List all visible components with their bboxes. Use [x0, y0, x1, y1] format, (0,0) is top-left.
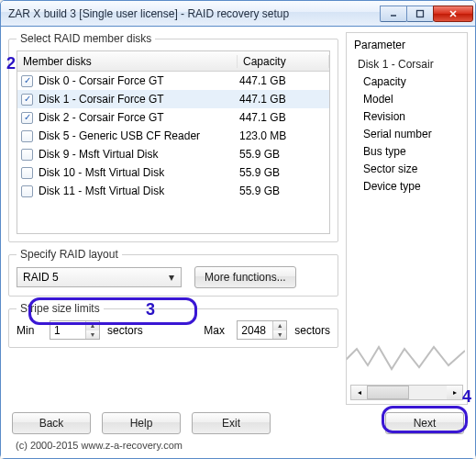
button-row: Back Help Exit Next	[8, 405, 468, 436]
spin-down-icon[interactable]: ▼	[86, 330, 99, 340]
next-button[interactable]: Next	[385, 412, 464, 434]
stripe-min-label: Min	[17, 324, 42, 337]
disk-checkbox[interactable]	[21, 112, 33, 124]
parameter-item[interactable]: Capacity	[363, 73, 459, 90]
disk-name: Disk 10 - Msft Virtual Disk	[39, 166, 234, 179]
raid-layout-group: Specify RAID layout RAID 5 ▾ More functi…	[8, 248, 338, 297]
disk-row[interactable]: Disk 11 - Msft Virtual Disk55.9 GB	[17, 182, 329, 200]
raid-layout-select[interactable]: RAID 5 ▾	[17, 267, 182, 287]
disk-row[interactable]: Disk 5 - Generic USB CF Reader123.0 MB	[17, 127, 329, 145]
stripe-max-unit: sectors	[294, 324, 330, 337]
disk-capacity: 55.9 GB	[234, 166, 326, 179]
disk-capacity: 447.1 GB	[234, 93, 326, 106]
spin-up-icon[interactable]: ▲	[86, 321, 99, 330]
disk-checkbox[interactable]	[21, 75, 33, 87]
torn-edge-decoration	[346, 341, 465, 378]
disk-name: Disk 11 - Msft Virtual Disk	[39, 185, 234, 197]
svg-rect-1	[417, 10, 424, 17]
disk-row[interactable]: Disk 2 - Corsair Force GT447.1 GB	[17, 108, 329, 127]
stripe-max-input[interactable]	[238, 321, 272, 339]
scroll-thumb[interactable]	[367, 386, 409, 399]
disk-checkbox[interactable]	[21, 130, 33, 142]
exit-button[interactable]: Exit	[192, 412, 271, 434]
select-disks-group: Select RAID member disks Member disks Ca…	[8, 32, 338, 242]
spin-down-icon[interactable]: ▼	[273, 330, 286, 340]
disk-checkbox[interactable]	[21, 167, 33, 179]
stripe-max-label: Max	[204, 324, 229, 337]
parameter-item[interactable]: Revision	[363, 107, 459, 125]
stripe-min-input[interactable]	[50, 321, 85, 339]
disk-capacity: 55.9 GB	[234, 148, 326, 161]
disk-checkbox[interactable]	[21, 94, 33, 106]
parameter-item[interactable]: Serial number	[363, 125, 459, 142]
disk-row[interactable]: Disk 1 - Corsair Force GT447.1 GB	[17, 90, 329, 108]
disk-capacity: 55.9 GB	[234, 185, 326, 197]
parameter-header: Parameter	[354, 39, 459, 51]
parameter-group[interactable]: Disk 1 - Corsair	[358, 55, 459, 73]
parameter-panel: Parameter Disk 1 - CorsairCapacityModelR…	[346, 32, 468, 405]
disk-capacity: 447.1 GB	[234, 74, 326, 87]
spin-up-icon[interactable]: ▲	[273, 321, 286, 330]
parameter-item[interactable]: Model	[363, 90, 459, 107]
parameter-hscroll[interactable]: ◂ ▸	[350, 385, 463, 400]
raid-layout-legend: Specify RAID layout	[17, 248, 122, 261]
parameter-item[interactable]: Sector size	[363, 160, 459, 177]
disk-list[interactable]: Member disks Capacity Disk 0 - Corsair F…	[17, 50, 330, 234]
stripe-max-stepper[interactable]: ▲▼	[237, 320, 287, 340]
window-title: ZAR X build 3 [Single user license] - RA…	[8, 7, 381, 20]
disk-row[interactable]: Disk 10 - Msft Virtual Disk55.9 GB	[17, 163, 329, 182]
disk-row[interactable]: Disk 9 - Msft Virtual Disk55.9 GB	[17, 145, 329, 163]
disk-list-header[interactable]: Member disks Capacity	[17, 51, 329, 72]
disk-checkbox[interactable]	[21, 149, 33, 161]
stripe-min-unit: sectors	[107, 324, 143, 337]
back-button[interactable]: Back	[12, 412, 91, 434]
stripe-limits-legend: Stripe size limits	[17, 302, 104, 315]
disk-capacity: 447.1 GB	[234, 111, 326, 124]
disk-name: Disk 5 - Generic USB CF Reader	[39, 129, 234, 142]
scroll-left-icon[interactable]: ◂	[351, 386, 367, 399]
disk-capacity: 123.0 MB	[234, 129, 326, 142]
disk-name: Disk 9 - Msft Virtual Disk	[39, 148, 234, 161]
copyright-text: (c) 2000-2015 www.z-a-recovery.com	[8, 436, 468, 454]
disk-name: Disk 1 - Corsair Force GT	[39, 93, 234, 106]
parameter-item[interactable]: Device type	[363, 177, 459, 195]
titlebar[interactable]: ZAR X build 3 [Single user license] - RA…	[1, 1, 475, 27]
scroll-right-icon[interactable]: ▸	[447, 386, 462, 399]
disk-checkbox[interactable]	[21, 185, 33, 197]
parameter-item[interactable]: Bus type	[363, 142, 459, 160]
select-disks-legend: Select RAID member disks	[17, 32, 155, 45]
col-capacity[interactable]: Capacity	[238, 55, 329, 68]
stripe-limits-group: Stripe size limits Min ▲▼ sectors Max ▲▼	[8, 302, 338, 348]
raid-layout-value: RAID 5	[23, 271, 59, 284]
disk-name: Disk 0 - Corsair Force GT	[39, 74, 234, 87]
disk-name: Disk 2 - Corsair Force GT	[39, 111, 234, 124]
help-button[interactable]: Help	[102, 412, 181, 434]
disk-row[interactable]: Disk 0 - Corsair Force GT447.1 GB	[17, 72, 329, 90]
stripe-min-stepper[interactable]: ▲▼	[50, 320, 100, 340]
more-functions-button[interactable]: More functions...	[194, 266, 296, 288]
close-button[interactable]	[433, 6, 473, 22]
col-member-disks[interactable]: Member disks	[17, 55, 238, 68]
chevron-down-icon: ▾	[164, 270, 179, 285]
app-window: ZAR X build 3 [Single user license] - RA…	[0, 0, 476, 459]
minimize-button[interactable]	[380, 6, 407, 22]
maximize-button[interactable]	[406, 6, 434, 22]
